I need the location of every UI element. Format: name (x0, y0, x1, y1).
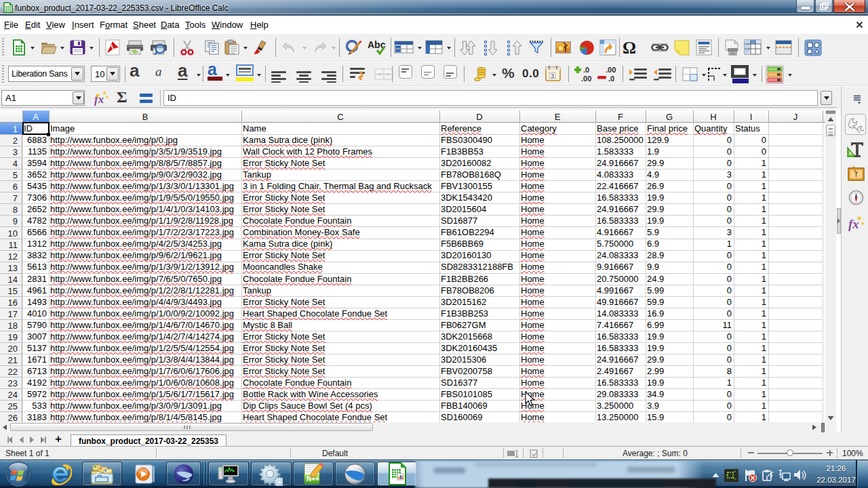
svg-text:Ω: Ω (623, 39, 636, 56)
svg-text:3: 3 (551, 73, 554, 79)
svg-text:.0: .0 (608, 75, 614, 83)
svg-text:fx: fx (848, 217, 859, 231)
svg-text:.0: .0 (583, 66, 589, 74)
svg-text:.00: .00 (581, 75, 591, 83)
svg-text:.00: .00 (606, 66, 616, 74)
